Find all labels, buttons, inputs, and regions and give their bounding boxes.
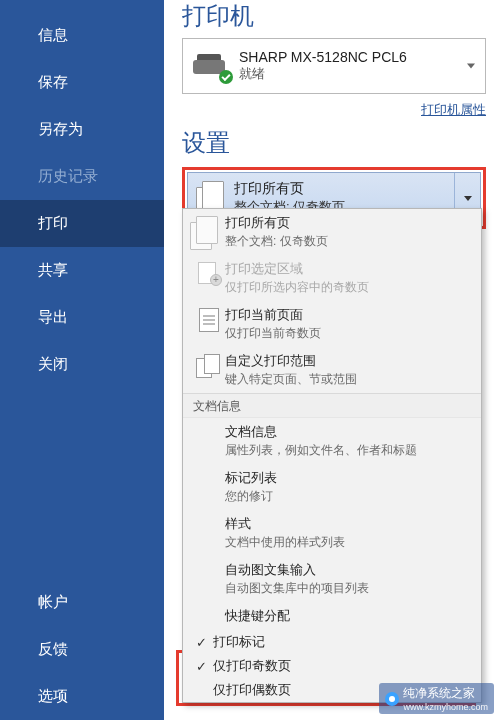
watermark-url: www.kzmyhome.com (403, 702, 488, 712)
menu-item-label: 打印当前页面 (225, 306, 473, 324)
menu-item-sub: 属性列表，例如文件名、作者和标题 (225, 442, 473, 459)
menu-item-sub: 您的修订 (225, 488, 473, 505)
menu-check-label: 仅打印偶数页 (213, 681, 291, 699)
sidebar-item-history[interactable]: 历史记录 (0, 153, 164, 200)
settings-heading: 设置 (182, 127, 486, 159)
page-icon (199, 308, 219, 332)
watermark-text: 纯净系统之家 (403, 685, 488, 702)
printer-properties-link[interactable]: 打印机属性 (421, 102, 486, 117)
menu-item-all-pages[interactable]: 打印所有页 整个文档: 仅奇数页 (183, 209, 481, 255)
range-icon (196, 354, 222, 378)
main-panel: 打印机 SHARP MX-5128NC PCL6 就绪 打印机属性 设置 打印所… (164, 0, 500, 720)
chevron-down-icon (467, 64, 475, 69)
sidebar-item-account[interactable]: 帐户 (0, 579, 164, 626)
menu-check-label: 仅打印奇数页 (213, 657, 291, 675)
pages-icon (190, 216, 220, 250)
check-icon: ✓ (189, 659, 213, 674)
selection-icon: + (198, 262, 220, 284)
sidebar-item-save[interactable]: 保存 (0, 59, 164, 106)
menu-item-label: 文档信息 (225, 423, 473, 441)
menu-item-sub: 自动图文集库中的项目列表 (225, 580, 473, 597)
sidebar-item-export[interactable]: 导出 (0, 294, 164, 341)
menu-item-selection: + 打印选定区域 仅打印所选内容中的奇数页 (183, 255, 481, 301)
print-range-menu: 打印所有页 整个文档: 仅奇数页 + 打印选定区域 仅打印所选内容中的奇数页 打… (182, 208, 482, 703)
sidebar-item-close[interactable]: 关闭 (0, 341, 164, 388)
menu-item-sub: 仅打印当前奇数页 (225, 325, 473, 342)
printer-selector[interactable]: SHARP MX-5128NC PCL6 就绪 (182, 38, 486, 94)
sidebar-item-saveas[interactable]: 另存为 (0, 106, 164, 153)
menu-item-sub: 整个文档: 仅奇数页 (225, 233, 473, 250)
printer-status: 就绪 (239, 65, 407, 83)
sidebar-item-print[interactable]: 打印 (0, 200, 164, 247)
sidebar-item-info[interactable]: 信息 (0, 12, 164, 59)
printer-name: SHARP MX-5128NC PCL6 (239, 49, 407, 65)
printer-icon (193, 52, 229, 80)
menu-item-label: 标记列表 (225, 469, 473, 487)
menu-item-sub: 键入特定页面、节或范围 (225, 371, 473, 388)
check-icon: ✓ (189, 635, 213, 650)
menu-check-print-markup[interactable]: ✓ 打印标记 (183, 630, 481, 654)
menu-item-label: 快捷键分配 (225, 607, 473, 625)
menu-check-odd-only[interactable]: ✓ 仅打印奇数页 (183, 654, 481, 678)
printer-heading: 打印机 (182, 0, 486, 32)
menu-item-custom-range[interactable]: 自定义打印范围 键入特定页面、节或范围 (183, 347, 481, 393)
menu-group-title: 文档信息 (183, 393, 481, 418)
sidebar-item-feedback[interactable]: 反馈 (0, 626, 164, 673)
dropdown-line1: 打印所有页 (234, 180, 345, 198)
menu-item-label: 打印选定区域 (225, 260, 473, 278)
menu-check-label: 打印标记 (213, 633, 265, 651)
menu-item-styles[interactable]: 样式 文档中使用的样式列表 (183, 510, 481, 556)
menu-item-sub: 文档中使用的样式列表 (225, 534, 473, 551)
menu-item-autotext[interactable]: 自动图文集输入 自动图文集库中的项目列表 (183, 556, 481, 602)
menu-item-label: 样式 (225, 515, 473, 533)
backstage-sidebar: 信息 保存 另存为 历史记录 打印 共享 导出 关闭 帐户 反馈 选项 (0, 0, 164, 720)
menu-item-label: 自动图文集输入 (225, 561, 473, 579)
menu-item-shortcuts[interactable]: 快捷键分配 (183, 602, 481, 630)
menu-item-sub: 仅打印所选内容中的奇数页 (225, 279, 473, 296)
menu-item-label: 自定义打印范围 (225, 352, 473, 370)
sidebar-item-share[interactable]: 共享 (0, 247, 164, 294)
menu-item-label: 打印所有页 (225, 214, 473, 232)
sidebar-item-options[interactable]: 选项 (0, 673, 164, 720)
watermark-icon (385, 692, 399, 706)
menu-item-current-page[interactable]: 打印当前页面 仅打印当前奇数页 (183, 301, 481, 347)
menu-item-markup-list[interactable]: 标记列表 您的修订 (183, 464, 481, 510)
menu-item-docinfo[interactable]: 文档信息 属性列表，例如文件名、作者和标题 (183, 418, 481, 464)
watermark: 纯净系统之家 www.kzmyhome.com (379, 683, 494, 714)
